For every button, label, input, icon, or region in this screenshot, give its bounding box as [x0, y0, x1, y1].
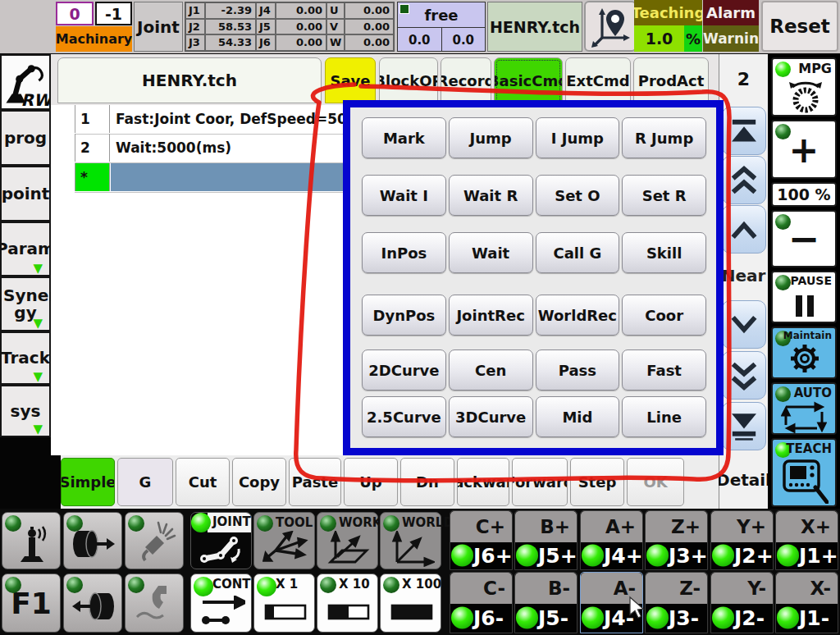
step-button[interactable]: Step	[570, 458, 624, 506]
sidebar-item-point[interactable]: point	[0, 166, 51, 222]
detail-button[interactable]: Detail	[719, 456, 768, 504]
f1-button[interactable]: F1	[2, 573, 61, 633]
step-x10-button[interactable]: X 10	[317, 573, 378, 633]
auto-mode-button[interactable]: AUTO	[771, 382, 837, 435]
cmd-button[interactable]: Fast	[622, 349, 706, 391]
forward-button[interactable]: Forward	[512, 458, 568, 506]
tab-basiccmd-active[interactable]: BasicCmd	[494, 57, 563, 103]
pause-button[interactable]: PAUSE	[771, 271, 837, 323]
dn-button[interactable]: Dn	[400, 458, 454, 506]
page-up-button[interactable]	[722, 156, 766, 204]
machine-label[interactable]: Machinary	[56, 26, 132, 52]
cmd-button[interactable]: I Jump	[536, 117, 620, 158]
cmd-button[interactable]: Pass	[536, 349, 620, 391]
cmd-button[interactable]: Wait	[449, 232, 533, 273]
cylinder-backward-button[interactable]	[63, 573, 122, 633]
joint-mode-button[interactable]: JOINT	[190, 512, 252, 569]
scroll-bottom-button[interactable]	[722, 402, 766, 450]
jog-button-c-minus[interactable]: C- J6-	[450, 572, 513, 633]
sidebar-item-param[interactable]: Param ▼	[0, 222, 51, 276]
cmd-button[interactable]: R Jump	[622, 117, 706, 158]
alarm-warning-panel[interactable]: Alarm Warnin	[703, 0, 759, 53]
paste-button[interactable]: Paste	[289, 458, 341, 506]
jog-button-c-plus[interactable]: C+ J6+	[450, 510, 513, 570]
jog-button-z-plus[interactable]: Z+ J3+	[645, 510, 708, 570]
jog-button-x-minus[interactable]: X- J1-	[775, 572, 838, 633]
mpg-button[interactable]: MPG	[771, 57, 837, 116]
sidebar-item-prog[interactable]: prog	[0, 110, 51, 166]
jog-button-a-minus[interactable]: A- J4-	[580, 572, 643, 633]
up-button[interactable]: Up	[344, 458, 398, 506]
axis-neg-value[interactable]: -1	[95, 2, 132, 25]
jog-button-b-plus[interactable]: B+ J5+	[514, 510, 578, 570]
reset-button[interactable]: Reset	[761, 1, 838, 52]
hook-tool-button[interactable]	[125, 573, 184, 633]
cmd-button[interactable]: Mid	[536, 396, 620, 437]
jog-button-z-minus[interactable]: Z- J3-	[645, 572, 708, 633]
save-button[interactable]: Save	[325, 57, 376, 103]
copy-button[interactable]: Copy	[232, 458, 286, 506]
jog-button-y-plus[interactable]: Y+ J2+	[710, 510, 774, 570]
simple-button[interactable]: Simple	[61, 458, 115, 506]
location-button[interactable]	[584, 1, 637, 52]
cmd-button[interactable]: Mark	[362, 117, 446, 158]
axis-select-value[interactable]: 0	[56, 2, 94, 25]
backward-button[interactable]: Backward	[457, 458, 509, 506]
tab-extcmd[interactable]: ExtCmd	[565, 57, 631, 103]
tool-mode-button[interactable]: TOOL	[253, 512, 315, 569]
maintain-mode-button[interactable]: Maintain	[771, 327, 837, 379]
jog-button-y-minus[interactable]: Y- J2-	[710, 572, 774, 633]
cmd-button[interactable]: Wait I	[362, 175, 446, 216]
tab-blockop[interactable]: BlockOP	[379, 57, 438, 103]
jog-button-b-minus[interactable]: B- J5-	[514, 572, 578, 633]
cylinder-forward-button[interactable]	[63, 512, 122, 569]
cmd-button[interactable]: 2.5Curve	[362, 396, 446, 437]
cmd-button[interactable]: InPos	[362, 232, 446, 273]
world-mode-button[interactable]: WORLD	[380, 512, 441, 569]
tab-file-name[interactable]: HENRY.tch	[57, 57, 322, 103]
cmd-button[interactable]: JointRec	[449, 295, 533, 336]
sidebar-item-track[interactable]: Track ▼	[0, 331, 51, 385]
green-status-dot	[320, 577, 336, 593]
page-down-button[interactable]	[722, 351, 766, 400]
cmd-button[interactable]: Set R	[622, 175, 706, 216]
cmd-button[interactable]: Jump	[449, 117, 533, 158]
speed-minus-button[interactable]: −	[771, 210, 837, 267]
cmd-button[interactable]: Call G	[536, 232, 620, 273]
cmd-button[interactable]: Set O	[536, 175, 620, 216]
free-status-panel[interactable]: free 0.0 0.0	[397, 2, 486, 52]
cmd-button[interactable]: WorldRec	[536, 295, 620, 336]
cmd-button[interactable]: 3DCurve	[449, 396, 533, 437]
cmd-button[interactable]: DynPos	[362, 295, 446, 336]
program-name-status[interactable]: HENRY.tch	[487, 2, 582, 52]
cmd-button[interactable]: Skill	[622, 232, 706, 273]
cmd-button[interactable]: Line	[622, 396, 706, 437]
gear-icon	[788, 341, 822, 376]
scroll-top-button[interactable]	[722, 107, 766, 155]
jog-button-a-plus[interactable]: A+ J4+	[580, 510, 643, 570]
coord-mode-button[interactable]: Joint	[134, 2, 183, 52]
near-label[interactable]: Near	[719, 258, 768, 294]
cmd-button[interactable]: 2DCurve	[362, 349, 446, 391]
cmd-button[interactable]: Coor	[622, 295, 706, 336]
tab-record[interactable]: Record	[441, 57, 491, 103]
tower-lamp-button[interactable]	[2, 512, 61, 569]
g-button[interactable]: G	[117, 458, 173, 506]
jog-button-x-plus[interactable]: X+ J1+	[775, 510, 838, 570]
continuous-jog-button[interactable]: CONT	[190, 573, 252, 633]
ok-button-disabled[interactable]: OK	[627, 458, 684, 506]
cmd-button[interactable]: Cen	[449, 349, 533, 391]
spray-tool-button[interactable]	[125, 512, 184, 569]
line-up-button[interactable]	[722, 205, 766, 254]
line-down-button[interactable]	[722, 300, 766, 349]
tab-prodact[interactable]: ProdAct	[633, 57, 709, 103]
teach-mode-button[interactable]: TEACH	[771, 438, 837, 507]
work-mode-button[interactable]: WORK	[317, 512, 378, 569]
cmd-button[interactable]: Wait R	[449, 175, 533, 216]
step-x100-button[interactable]: X 100	[380, 573, 441, 633]
speed-plus-button[interactable]: +	[771, 120, 837, 179]
sidebar-item-sys[interactable]: sys ▼	[0, 385, 51, 437]
step-x1-button[interactable]: X 1	[253, 573, 315, 633]
cut-button[interactable]: Cut	[176, 458, 230, 506]
sidebar-item-synergy[interactable]: Syner gy ▼	[0, 276, 51, 331]
